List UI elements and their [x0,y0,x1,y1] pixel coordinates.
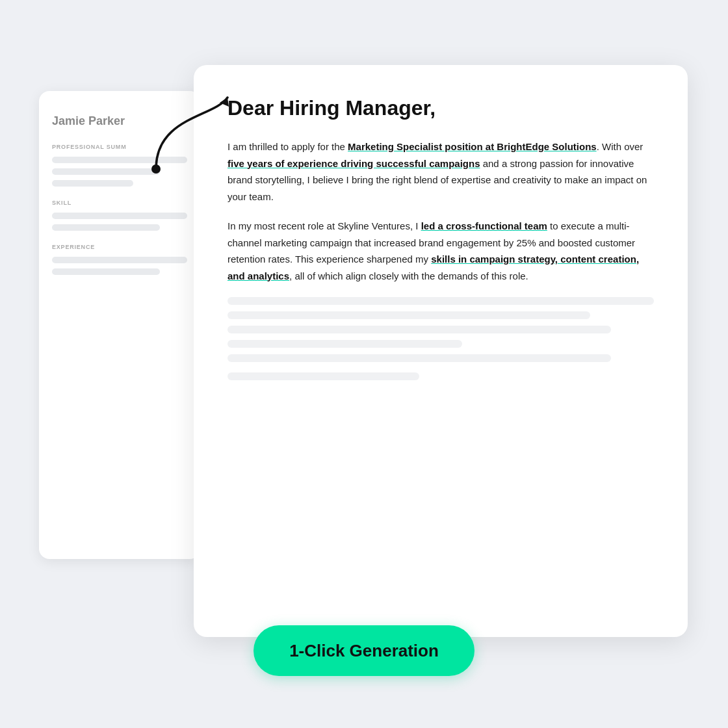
ph-line [228,297,654,305]
main-container: Jamie Parker PROFESSIONAL SUMM SKILL EXP… [20,39,708,689]
resume-line [52,224,160,231]
ph-line [228,372,419,380]
resume-section-experience: EXPERIENCE [52,244,187,250]
svg-marker-0 [220,98,229,107]
ph-line [228,311,590,319]
cover-letter-body: I am thrilled to apply for the Marketing… [228,138,654,380]
cta-button[interactable]: 1-Click Generation [254,625,474,676]
paragraph-1: I am thrilled to apply for the Marketing… [228,138,654,205]
resume-line [52,180,133,187]
para2-link1: led a cross-functional team [421,220,547,231]
para1-text2: . With over [597,141,644,152]
resume-line [52,268,160,275]
para1-link2: five years of experience driving success… [228,158,480,169]
para2-text3: , all of which align closely with the de… [289,270,528,281]
ph-line [228,326,611,333]
cover-letter-greeting: Dear Hiring Manager, [228,96,654,120]
para2-text1: In my most recent role at Skyline Ventur… [228,220,421,231]
para1-link1: Marketing Specialist position at BrightE… [348,141,597,152]
cover-letter-card: Dear Hiring Manager, I am thrilled to ap… [194,65,688,637]
arrow-icon [136,78,240,182]
cta-label: 1-Click Generation [289,641,439,661]
placeholder-content [228,297,654,380]
ph-line [228,354,611,362]
paragraph-2: In my most recent role at Skyline Ventur… [228,218,654,284]
resume-section-skill: SKILL [52,200,187,206]
para1-text1: I am thrilled to apply for the [228,141,348,152]
resume-line [52,213,187,219]
ph-line [228,340,462,348]
svg-point-1 [151,164,161,174]
resume-line [52,257,187,263]
